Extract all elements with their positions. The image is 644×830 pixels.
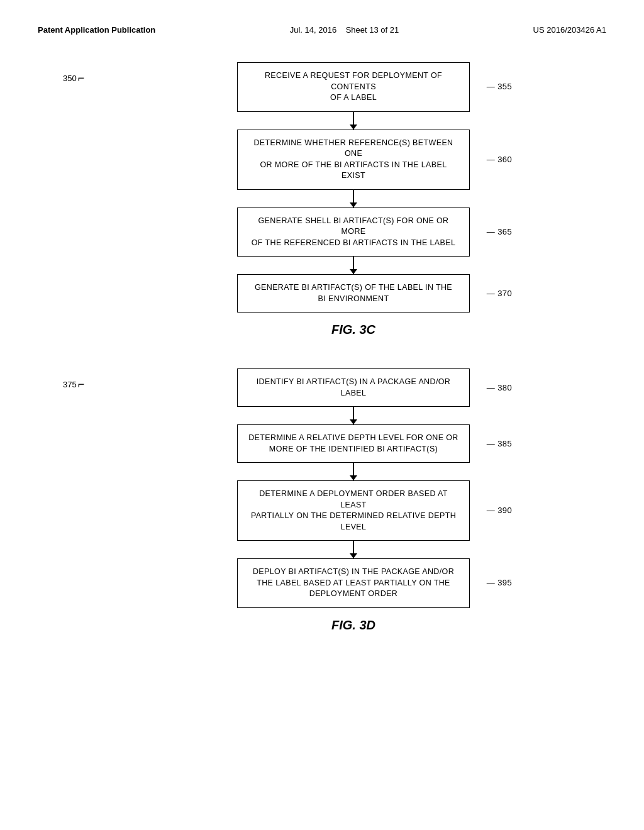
fig3d-label-390: — 390 [487,505,512,516]
fig3d-arrow-2 [353,463,354,480]
fig3c-box-360-text: DETERMINE WHETHER REFERENCE(S) BETWEEN O… [253,138,453,180]
fig3d-box-390: DETERMINE A DEPLOYMENT ORDER BASED AT LE… [237,480,470,541]
fig3d-box-390-text: DETERMINE A DEPLOYMENT ORDER BASED AT LE… [251,489,456,531]
fig3d-label-385: — 385 [487,438,512,449]
fig3c-arrow-3 [353,257,354,274]
fig3d-box-385: DETERMINE A RELATIVE DEPTH LEVEL FOR ONE… [237,424,470,463]
fig3d-box-380-text: IDENTIFY BI ARTIFACT(S) IN A PACKAGE AND… [257,377,451,397]
fig3c-arrow-1 [353,112,354,130]
fig3c-arrow-2 [353,190,354,208]
fig3d-box-380: IDENTIFY BI ARTIFACT(S) IN A PACKAGE AND… [237,368,470,407]
header-date-sheet: Jul. 14, 2016 Sheet 13 of 21 [290,25,399,35]
fig3c-box-370-text: GENERATE BI ARTIFACT(S) OF THE LABEL IN … [255,283,452,303]
fig3c-box-355-text: RECEIVE A REQUEST FOR DEPLOYMENT OF CONT… [265,71,442,102]
fig3c-ref-label: 350 ⌐ [63,74,84,84]
fig3c-label-370: — 370 [487,287,512,299]
fig3c-box-355: RECEIVE A REQUEST FOR DEPLOYMENT OF CONT… [237,62,470,112]
fig3c-flow: RECEIVE A REQUEST FOR DEPLOYMENT OF CONT… [101,62,606,313]
fig3c-box-370: GENERATE BI ARTIFACT(S) OF THE LABEL IN … [237,274,470,313]
page-header: Patent Application Publication Jul. 14, … [38,25,606,37]
header-sheet: Sheet 13 of 21 [346,25,399,35]
header-date: Jul. 14, 2016 [290,25,336,35]
fig3d-arrow-1 [353,407,354,424]
fig3d-label-380: — 380 [487,382,512,393]
fig3d-arrow-3 [353,541,354,558]
fig3d-flow: IDENTIFY BI ARTIFACT(S) IN A PACKAGE AND… [101,368,606,608]
fig3c-section: 350 ⌐ RECEIVE A REQUEST FOR DEPLOYMENT O… [63,62,606,337]
header-publication-label: Patent Application Publication [38,25,155,35]
header-patent-number: US 2016/203426 A1 [533,25,606,35]
fig3d-box-395: DEPLOY BI ARTIFACT(S) IN THE PACKAGE AND… [237,558,470,608]
fig3d-label-395: — 395 [487,577,512,589]
fig3c-label-365: — 365 [487,226,512,238]
fig3c-caption: FIG. 3C [101,323,606,337]
fig3c-label-360: — 360 [487,153,512,165]
fig3d-box-395-text: DEPLOY BI ARTIFACT(S) IN THE PACKAGE AND… [253,567,454,598]
fig3c-box-365: GENERATE SHELL BI ARTIFACT(S) FOR ONE OR… [237,208,470,257]
fig3c-box-360: DETERMINE WHETHER REFERENCE(S) BETWEEN O… [237,130,470,190]
fig3d-box-385-text: DETERMINE A RELATIVE DEPTH LEVEL FOR ONE… [248,433,458,453]
fig3c-label-355: — 355 [487,81,512,92]
page: Patent Application Publication Jul. 14, … [0,0,644,830]
fig3d-caption: FIG. 3D [101,618,606,633]
fig3c-box-365-text: GENERATE SHELL BI ARTIFACT(S) FOR ONE OR… [252,216,456,247]
fig3d-ref-label: 375 ⌐ [63,380,84,390]
fig3d-section: 375 ⌐ IDENTIFY BI ARTIFACT(S) IN A PACKA… [63,368,606,633]
